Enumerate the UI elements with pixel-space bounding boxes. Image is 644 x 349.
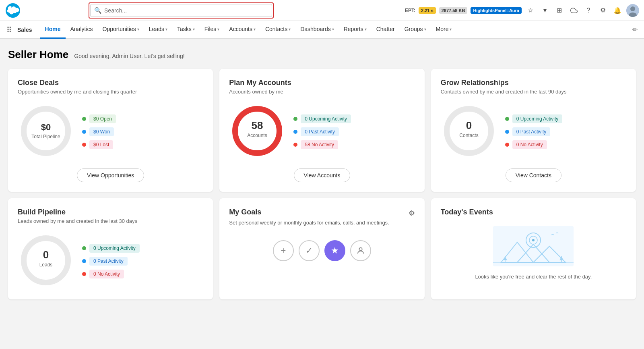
plan-accounts-body: 58 Accounts 0 Upcoming Activity 0 Past A… xyxy=(229,103,415,160)
nav-opportunities-label: Opportunities xyxy=(103,26,136,32)
help-icon[interactable]: ? xyxy=(583,5,594,16)
nav-reports[interactable]: Reports ▾ xyxy=(339,21,372,39)
dot-lost xyxy=(82,143,86,147)
nav-contacts[interactable]: Contacts ▾ xyxy=(260,21,295,39)
search-input[interactable] xyxy=(90,4,272,17)
nav-chatter[interactable]: Chatter xyxy=(372,21,400,39)
salesforce-logo[interactable] xyxy=(5,2,21,19)
plan-accounts-card: Plan My Accounts Accounts owned by me 58… xyxy=(219,69,424,192)
plan-accounts-value: 58 xyxy=(252,119,263,131)
chevron-down-icon: ▾ xyxy=(217,27,219,31)
gr-badge-past: 0 Past Activity xyxy=(512,127,551,136)
topbar: 🔍 EPT: 2.21 s 2877.58 KB HighlightsPanel… xyxy=(0,0,644,21)
goals-user-icon[interactable] xyxy=(350,240,371,261)
my-goals-subtitle: Set personal weekly or monthly goals for… xyxy=(229,220,415,226)
cloud-icon[interactable] xyxy=(568,5,580,16)
close-deals-donut: $0 Total Pipeline xyxy=(18,103,74,160)
svg-point-8 xyxy=(359,248,362,251)
nav-chatter-label: Chatter xyxy=(376,26,395,32)
bp-badge-upcoming: 0 Upcoming Activity xyxy=(89,244,140,253)
nav-accounts[interactable]: Accounts ▾ xyxy=(224,21,260,39)
grow-relationships-card: Grow Relationships Contacts owned by me … xyxy=(431,69,636,192)
nav-groups[interactable]: Groups ▾ xyxy=(400,21,431,39)
bottom-cards-grid: Build Pipeline Leads owned by me and cre… xyxy=(8,198,636,299)
svg-point-2 xyxy=(630,6,635,11)
chevron-down-icon: ▾ xyxy=(450,27,452,31)
grow-relationships-title: Grow Relationships xyxy=(441,79,626,87)
ept-label: EPT: xyxy=(405,8,415,13)
view-contacts-button[interactable]: View Contacts xyxy=(506,168,561,182)
add-icon[interactable]: ⊞ xyxy=(554,5,565,16)
nav-dashboards-label: Dashboards xyxy=(300,26,331,32)
close-deals-card: Close Deals Opportunities owned by me an… xyxy=(8,69,213,192)
nav-more-label: More xyxy=(436,26,449,32)
chevron-down-icon: ▾ xyxy=(365,27,367,31)
nav-files[interactable]: Files ▾ xyxy=(200,21,225,39)
nav-dashboards[interactable]: Dashboards ▾ xyxy=(295,21,339,39)
badge-open: $0 Open xyxy=(89,114,116,123)
badge-noactivity: 58 No Activity xyxy=(301,140,338,149)
kb-value-badge: 2877.58 KB xyxy=(439,7,468,14)
events-caption: Looks like you're free and clear the res… xyxy=(441,274,626,280)
nav-files-label: Files xyxy=(204,26,217,32)
view-accounts-button[interactable]: View Accounts xyxy=(294,168,351,182)
nav-analytics[interactable]: Analytics xyxy=(66,21,98,39)
dropdown-icon[interactable]: ▾ xyxy=(539,5,551,16)
nav-analytics-label: Analytics xyxy=(70,26,93,32)
grow-rel-label: Contacts xyxy=(459,133,478,138)
goals-plus-icon[interactable]: + xyxy=(273,240,294,261)
build-pipeline-label: Leads xyxy=(39,262,53,268)
nav-tasks[interactable]: Tasks ▾ xyxy=(172,21,200,39)
my-goals-card: My Goals ⚙ Set personal weekly or monthl… xyxy=(219,198,424,299)
main-content: Seller Home Good evening, Admin User. Le… xyxy=(0,39,644,349)
close-deals-legend: $0 Open $0 Won $0 Lost xyxy=(82,114,203,149)
close-deals-title: Close Deals xyxy=(18,79,203,87)
badge-won: $0 Won xyxy=(89,127,114,136)
close-deals-footer: View Opportunities xyxy=(18,168,203,182)
grow-rel-value: 0 xyxy=(466,119,471,131)
chevron-down-icon: ▾ xyxy=(254,27,256,31)
nav-opportunities[interactable]: Opportunities ▾ xyxy=(98,21,144,39)
star-icon[interactable]: ☆ xyxy=(525,5,536,16)
page-greeting: Good evening, Admin User. Let's get sell… xyxy=(74,53,184,59)
chevron-down-icon: ▾ xyxy=(289,27,291,31)
legend-item-noactivity: 58 No Activity xyxy=(293,140,415,149)
bp-legend-upcoming: 0 Upcoming Activity xyxy=(82,244,203,253)
dot-open xyxy=(82,117,86,121)
nav-reports-label: Reports xyxy=(344,26,363,32)
nav-leads[interactable]: Leads ▾ xyxy=(144,21,172,39)
nav-accounts-label: Accounts xyxy=(229,26,252,32)
dot-won xyxy=(82,130,86,134)
close-deals-body: $0 Total Pipeline $0 Open $0 Won xyxy=(18,103,203,160)
build-pipeline-subtitle: Leads owned by me and created in the las… xyxy=(18,218,203,224)
goals-check-icon[interactable]: ✓ xyxy=(299,240,320,261)
settings-icon[interactable]: ⚙ xyxy=(597,5,609,16)
nav-leads-label: Leads xyxy=(149,26,164,32)
nav-home[interactable]: Home xyxy=(40,21,66,39)
goals-star-icon[interactable]: ★ xyxy=(324,240,345,261)
chevron-down-icon: ▾ xyxy=(193,27,195,31)
topbar-right: EPT: 2.21 s 2877.58 KB HighlightsPanel=A… xyxy=(405,4,639,17)
grid-icon[interactable]: ⠿ xyxy=(6,25,12,34)
view-opportunities-button[interactable]: View Opportunities xyxy=(77,168,144,182)
grow-relationships-body: 0 Contacts 0 Upcoming Activity 0 Past Ac… xyxy=(441,103,626,160)
build-pipeline-legend: 0 Upcoming Activity 0 Past Activity 0 No… xyxy=(82,244,203,278)
plan-accounts-donut: 58 Accounts xyxy=(229,103,285,160)
goals-icons-group: + ✓ ★ xyxy=(229,240,415,261)
top-cards-grid: Close Deals Opportunities owned by me an… xyxy=(8,69,636,192)
svg-point-19 xyxy=(532,239,535,241)
todays-events-title: Today's Events xyxy=(441,208,626,216)
notifications-icon[interactable]: 🔔 xyxy=(612,5,623,16)
edit-nav-icon[interactable]: ✏ xyxy=(632,26,638,33)
avatar[interactable] xyxy=(626,4,639,17)
plan-accounts-legend: 0 Upcoming Activity 0 Past Activity 58 N… xyxy=(293,114,415,149)
ept-value-badge: 2.21 s xyxy=(419,7,436,14)
nav-tasks-label: Tasks xyxy=(177,26,192,32)
dot-upcoming xyxy=(293,117,297,121)
close-deals-value: $0 xyxy=(41,122,51,132)
app-name: Sales xyxy=(17,27,32,33)
plan-accounts-title: Plan My Accounts xyxy=(229,79,415,87)
badge-past: 0 Past Activity xyxy=(301,127,339,136)
nav-more[interactable]: More ▾ xyxy=(431,21,457,39)
goals-settings-icon[interactable]: ⚙ xyxy=(409,209,415,218)
